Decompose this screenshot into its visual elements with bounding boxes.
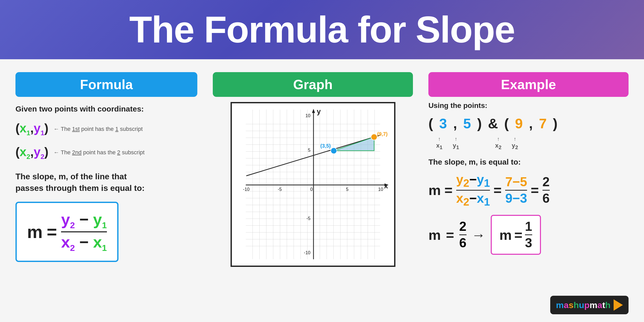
formula-point2: (x2,y2) bbox=[15, 145, 48, 161]
logo-a2: a bbox=[597, 300, 602, 310]
logo-t: t bbox=[602, 300, 605, 310]
y1-label: y1 bbox=[34, 121, 44, 135]
ex-x2: 9 bbox=[515, 115, 523, 131]
y1-val: y1 bbox=[477, 172, 490, 187]
tick-xn5: -5 bbox=[278, 187, 282, 192]
formula-denominator: x2 − x1 bbox=[61, 233, 107, 253]
x1-sub-label: x1 bbox=[436, 142, 442, 150]
logo-p: p bbox=[584, 300, 590, 310]
y2-arrow: ↑ bbox=[514, 136, 516, 142]
x1-arrow-group: ↑ x1 bbox=[436, 136, 442, 150]
rise-run-triangle bbox=[334, 137, 374, 151]
x2-arrow: ↑ bbox=[497, 136, 499, 142]
ef-minus2: − bbox=[469, 191, 477, 206]
minus1: − bbox=[79, 210, 93, 228]
main-content: Formula Given two points with coordinate… bbox=[0, 59, 644, 322]
x2-label: x2 bbox=[20, 145, 30, 159]
example-header-label: Example bbox=[501, 77, 556, 92]
graph-container: y x 0 5 10 -5 -10 5 10 -5 -10 bbox=[231, 102, 395, 267]
result-m: m bbox=[428, 227, 441, 243]
logo-play-icon bbox=[614, 299, 623, 311]
x2-arrow-group: ↑ x2 bbox=[495, 136, 501, 150]
formula-box: m = y2 − y1 x2 − x1 bbox=[15, 202, 118, 262]
example-open-paren2: ( bbox=[504, 115, 509, 131]
formula-slope-description: The slope, m, of the line thatpasses thr… bbox=[15, 171, 197, 194]
ef-line3 bbox=[543, 190, 550, 191]
formula-numerator: y2 − y1 bbox=[61, 211, 107, 230]
example-points-row: (3,5) & (9,7) bbox=[428, 115, 629, 131]
amp: & bbox=[488, 115, 498, 131]
formula-column: Formula Given two points with coordinate… bbox=[15, 72, 197, 314]
ex-x1: 3 bbox=[439, 115, 447, 131]
rb-den: 3 bbox=[525, 236, 532, 250]
formula-given-text: Given two points with coordinates: bbox=[15, 105, 197, 113]
rb-eq: = bbox=[514, 227, 523, 243]
y2-val: y2 bbox=[456, 172, 469, 187]
ef-frac3-den: 6 bbox=[543, 191, 550, 206]
rb-frac-line bbox=[525, 234, 532, 235]
y2-arrow-group: ↑ y2 bbox=[512, 136, 518, 150]
grid-lines bbox=[246, 110, 380, 259]
formula-fraction: y2 − y1 x2 − x1 bbox=[61, 211, 107, 253]
x2-sub-label: x2 bbox=[495, 142, 501, 150]
ef-minus: − bbox=[469, 172, 477, 187]
mashupmath-logo: mashupmath bbox=[550, 296, 629, 314]
result-fraction-simple: 2 6 bbox=[459, 219, 467, 250]
logo-u: u bbox=[579, 300, 584, 310]
logo-wrapper: mashupmath bbox=[428, 296, 629, 314]
formula-header-label: Formula bbox=[80, 77, 133, 92]
ef-line2 bbox=[505, 190, 527, 191]
example-formula-full-row: m = y2−y1 x2−x1 = 7−5 9−3 = 2 6 bbox=[428, 173, 629, 208]
example-using-text: Using the points: bbox=[428, 101, 629, 110]
result-den: 6 bbox=[459, 236, 467, 250]
ef-line1 bbox=[456, 190, 490, 191]
ef-eq1: = bbox=[444, 182, 453, 198]
formula-equals: = bbox=[47, 222, 57, 242]
graph-header: Graph bbox=[213, 72, 413, 97]
fraction-line bbox=[61, 231, 107, 232]
y2-sub-label: y2 bbox=[512, 142, 518, 150]
arrow-right-icon: → bbox=[472, 227, 486, 243]
ef-fraction1: y2−y1 x2−x1 bbox=[456, 173, 490, 208]
result-eq: = bbox=[446, 227, 454, 243]
x1-label: x1 bbox=[20, 121, 30, 135]
ex-y1: 5 bbox=[463, 115, 471, 131]
ex-comma2: , bbox=[529, 115, 533, 131]
ef-frac1-num: y2−y1 bbox=[456, 173, 490, 189]
tick-y5: 5 bbox=[308, 148, 310, 153]
example-close-paren2: ) bbox=[553, 115, 557, 131]
formula-point1-note: ← The 1st point has the 1 subscript bbox=[54, 126, 143, 132]
formula-point1-row: (x1,y1) ← The 1st point has the 1 subscr… bbox=[15, 121, 197, 137]
example-slope-label: The slope, m, is equal to: bbox=[428, 158, 629, 166]
subscript-group1: ↑ x1 ↑ y1 bbox=[436, 136, 459, 150]
x1-var: x1 bbox=[93, 233, 107, 251]
ef-fraction3: 2 6 bbox=[543, 175, 550, 206]
y1-var: y1 bbox=[93, 210, 107, 228]
graph-svg: y x 0 5 10 -5 -10 5 10 -5 -10 bbox=[232, 103, 394, 266]
x1-arrow: ↑ bbox=[438, 136, 440, 142]
logo-h1: h bbox=[573, 300, 579, 310]
logo-h2: h bbox=[605, 300, 611, 310]
ef-fraction2: 7−5 9−3 bbox=[505, 175, 527, 206]
rb-m: m bbox=[499, 227, 512, 243]
point2-dot bbox=[371, 134, 377, 140]
tick-y10: 10 bbox=[305, 113, 310, 118]
formula-point2-row: (x2,y2) ← The 2nd point has the 2 subscr… bbox=[15, 145, 197, 161]
subscript-group2: ↑ x2 ↑ y2 bbox=[495, 136, 518, 150]
rb-fraction: 1 3 bbox=[525, 219, 532, 250]
y2-var: y2 bbox=[61, 210, 75, 228]
ef-m: m bbox=[428, 182, 441, 198]
logo-a1: a bbox=[564, 300, 569, 310]
tick-x10: 10 bbox=[378, 187, 383, 192]
y-axis-arrow bbox=[312, 109, 315, 113]
ef-eq3: = bbox=[531, 182, 539, 198]
point2-label: (9,7) bbox=[377, 131, 387, 137]
example-header: Example bbox=[428, 72, 629, 97]
example-column: Example Using the points: (3,5) & (9,7) … bbox=[428, 72, 629, 314]
point1-label: (3,5) bbox=[320, 143, 331, 149]
svg-rect-0 bbox=[246, 110, 380, 259]
result-frac-line bbox=[459, 234, 467, 235]
minus2: − bbox=[79, 233, 93, 251]
x-axis-label: x bbox=[384, 182, 388, 190]
x1-val: x1 bbox=[477, 191, 490, 206]
